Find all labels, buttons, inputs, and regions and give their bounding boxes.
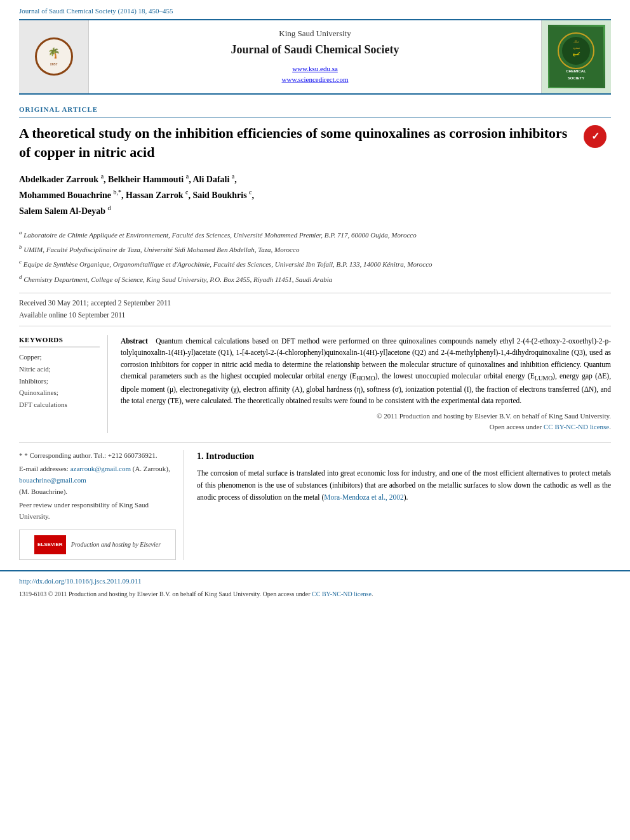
- cc-bottom-link[interactable]: CC BY-NC-ND license: [312, 590, 372, 597]
- keyword-5: DFT calculations: [19, 399, 100, 411]
- main-content: ORIGINAL ARTICLE A theoretical study on …: [0, 95, 630, 561]
- ksu-year: 1957: [50, 62, 58, 67]
- keywords-title: KEYWORDS: [19, 335, 100, 347]
- svg-text:سعود: سعود: [573, 46, 580, 50]
- copyright-text: 1319-6103 © 2011 Production and hosting …: [19, 590, 311, 597]
- affiliation-d: Chemistry Department, College of Science…: [23, 275, 332, 283]
- section-label: ORIGINAL ARTICLE: [19, 105, 611, 117]
- email-1-name: (A. Zarrouk),: [133, 465, 170, 472]
- available-date: Available online 10 September 2011: [19, 309, 611, 322]
- bottom-two-col: * * Corresponding author. Tel.: +212 660…: [19, 450, 611, 561]
- copyright-text-1: © 2011 Production and hosting by Elsevie…: [377, 412, 611, 420]
- elsevier-box: ELSEVIER Production and hosting by Elsev…: [19, 530, 176, 560]
- ksu-seal-circle: 🌴 1957: [35, 37, 73, 76]
- chemical-badge: ملك سعود كسع CHEMICAL SOCIETY: [548, 25, 605, 88]
- journal-link[interactable]: Journal of Saudi Chemical Society (2014)…: [19, 7, 173, 15]
- header-section: 🌴 1957 King Saud University Journal of S…: [19, 19, 611, 95]
- chemical-badge-svg: ملك سعود كسع CHEMICAL SOCIETY: [549, 27, 603, 87]
- email-link-1[interactable]: azarrouk@gmail.com: [70, 465, 131, 472]
- dates-section: Received 30 May 2011; accepted 2 Septemb…: [19, 293, 611, 326]
- intro-ref-link[interactable]: Mora-Mendoza et al., 2002: [324, 493, 404, 501]
- affiliation-b: UMIM, Faculté Polydisciplinaire de Taza,…: [23, 246, 299, 253]
- keywords-list: Copper; Nitric acid; Inhibitors; Quinoxa…: [19, 351, 100, 410]
- elsevier-logo-area: ELSEVIER Production and hosting by Elsev…: [25, 535, 170, 554]
- peer-review-note: Peer review under responsibility of King…: [19, 500, 176, 522]
- received-date: Received 30 May 2011; accepted 2 Septemb…: [19, 297, 611, 310]
- keyword-1: Copper;: [19, 351, 100, 363]
- article-title: A theoretical study on the inhibition ef…: [19, 124, 573, 161]
- cc-license-link[interactable]: CC BY-NC-ND license: [544, 423, 609, 430]
- authors-block: Abdelkader Zarrouk a, Belkheir Hammouti …: [19, 171, 611, 219]
- keyword-2: Nitric acid;: [19, 363, 100, 375]
- abstract-label: Abstract: [121, 337, 148, 345]
- elsevier-box-text: Production and hosting by Elsevier: [71, 540, 161, 550]
- header-center: King Saud University Journal of Saudi Ch…: [89, 20, 541, 93]
- lumo-sub: LUMO: [535, 375, 553, 382]
- email-link-2[interactable]: bouachrine@gmail.com: [19, 476, 86, 484]
- doi-link[interactable]: http://dx.doi.org/10.1016/j.jscs.2011.09…: [19, 577, 611, 586]
- email-label: E-mail addresses:: [19, 465, 69, 472]
- article-title-row: A theoretical study on the inhibition ef…: [19, 124, 611, 161]
- elsevier-logo-text: ELSEVIER: [37, 541, 63, 549]
- bottom-bar: http://dx.doi.org/10.1016/j.jscs.2011.09…: [0, 570, 630, 603]
- corresponding-note: * Corresponding author. Tel.: +212 66073…: [24, 451, 157, 459]
- svg-text:SOCIETY: SOCIETY: [568, 76, 584, 80]
- abstract-body-1: Quantum chemical calculations based on D…: [121, 337, 611, 380]
- chemical-society-logo: ملك سعود كسع CHEMICAL SOCIETY: [541, 20, 611, 93]
- website-link-1[interactable]: www.ksu.edu.sa: [292, 65, 338, 72]
- svg-text:CHEMICAL: CHEMICAL: [566, 69, 586, 73]
- palm-tree-icon: 🌴: [48, 46, 60, 60]
- abstract-text: Abstract Quantum chemical calculations b…: [121, 335, 611, 407]
- abstract-copyright: © 2011 Production and hosting by Elsevie…: [121, 411, 611, 433]
- crossmark-icon[interactable]: ✓: [579, 124, 611, 149]
- star-footnote: * * Corresponding author. Tel.: +212 660…: [19, 450, 176, 462]
- abstract-column: Abstract Quantum chemical calculations b…: [121, 335, 611, 433]
- keywords-column: KEYWORDS Copper; Nitric acid; Inhibitors…: [19, 335, 108, 433]
- copyright-period: .: [372, 590, 373, 597]
- star-symbol: *: [19, 451, 23, 459]
- page-wrapper: Journal of Saudi Chemical Society (2014)…: [0, 0, 630, 840]
- elsevier-logo: ELSEVIER: [34, 535, 66, 554]
- top-journal-link: Journal of Saudi Chemical Society (2014)…: [0, 0, 630, 19]
- keyword-3: Inhibitors;: [19, 375, 100, 387]
- university-name: King Saud University: [279, 28, 351, 39]
- svg-text:ملك: ملك: [573, 39, 579, 43]
- affiliation-c: Equipe de Synthèse Organique, Organométa…: [23, 260, 432, 268]
- section-divider: [19, 442, 611, 443]
- affiliations-block: a Laboratoire de Chimie Appliquée et Env…: [19, 228, 611, 285]
- crossmark-svg: ✓: [579, 124, 611, 149]
- website-links: www.ksu.edu.sa www.sciencedirect.com: [282, 63, 349, 86]
- ksu-seal-logo: 🌴 1957: [19, 20, 89, 93]
- keywords-abstract-section: KEYWORDS Copper; Nitric acid; Inhibitors…: [19, 335, 611, 433]
- intro-text: The corrosion of metal surface is transl…: [197, 467, 611, 503]
- svg-text:✓: ✓: [591, 131, 600, 142]
- copyright-line: 1319-6103 © 2011 Production and hosting …: [19, 589, 611, 599]
- affiliation-a: Laboratoire de Chimie Appliquée et Envir…: [23, 231, 416, 239]
- email-2-name: (M. Bouachrine).: [19, 488, 67, 495]
- journal-name: Journal of Saudi Chemical Society: [231, 42, 399, 58]
- email-footnote: E-mail addresses: azarrouk@gmail.com (A.…: [19, 463, 176, 497]
- svg-text:كسع: كسع: [573, 52, 580, 57]
- introduction-column: 1. Introduction The corrosion of metal s…: [197, 450, 611, 561]
- intro-title: 1. Introduction: [197, 450, 611, 463]
- footnotes-column: * * Corresponding author. Tel.: +212 660…: [19, 450, 184, 561]
- keyword-4: Quinoxalines;: [19, 387, 100, 399]
- website-link-2[interactable]: www.sciencedirect.com: [282, 76, 349, 83]
- abstract-body-2: ), the lowest unoccupied molecular orbit…: [375, 372, 535, 380]
- homo-sub: HOMO: [356, 375, 375, 382]
